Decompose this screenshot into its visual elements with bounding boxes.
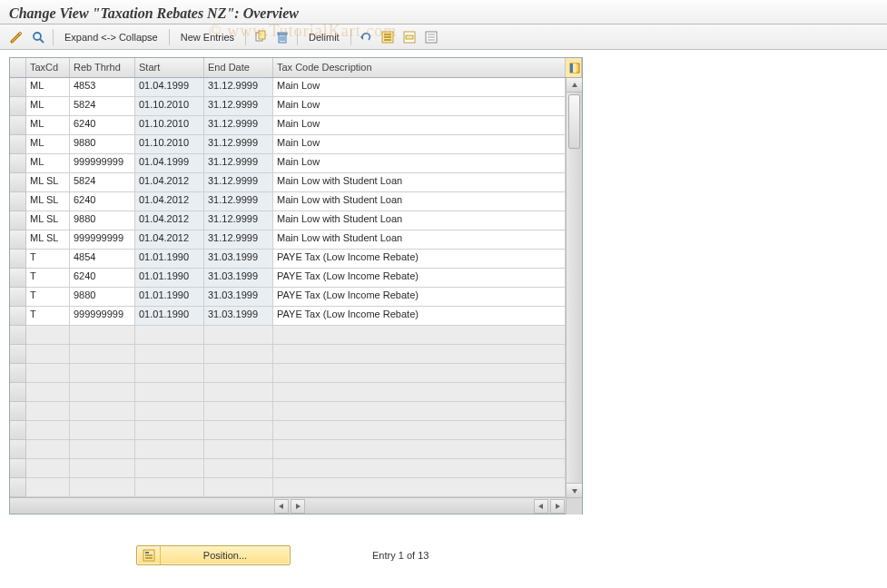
- row-selector[interactable]: [10, 459, 26, 478]
- copy-icon[interactable]: [251, 28, 270, 46]
- cell-taxcd[interactable]: [26, 478, 70, 497]
- cell-taxcd[interactable]: ML: [26, 154, 70, 173]
- cell-reb-thrhd[interactable]: 5824: [70, 173, 135, 192]
- cell-description[interactable]: Main Low with Student Loan: [273, 192, 566, 211]
- row-selector[interactable]: [10, 402, 26, 421]
- header-selector[interactable]: [10, 58, 26, 77]
- row-selector[interactable]: [10, 345, 26, 364]
- cell-reb-thrhd[interactable]: 999999999: [70, 230, 135, 250]
- cell-reb-thrhd[interactable]: [70, 440, 135, 459]
- cell-taxcd[interactable]: [26, 421, 70, 440]
- cell-reb-thrhd[interactable]: [70, 326, 135, 345]
- cell-reb-thrhd[interactable]: 9880: [70, 135, 135, 154]
- row-selector[interactable]: [10, 135, 26, 154]
- cell-taxcd[interactable]: [26, 459, 70, 478]
- cell-taxcd[interactable]: [26, 345, 70, 364]
- cell-description[interactable]: [273, 326, 566, 345]
- cell-description[interactable]: [273, 478, 566, 497]
- row-selector[interactable]: [10, 230, 26, 250]
- cell-description[interactable]: Main Low: [273, 154, 566, 173]
- scroll-right-icon-2[interactable]: [550, 499, 565, 514]
- deselect-all-icon[interactable]: [422, 28, 440, 46]
- cell-reb-thrhd[interactable]: [70, 478, 135, 497]
- row-selector[interactable]: [10, 154, 26, 173]
- cell-description[interactable]: Main Low: [273, 135, 566, 154]
- cell-reb-thrhd[interactable]: 6240: [70, 116, 135, 135]
- cell-taxcd[interactable]: [26, 383, 70, 402]
- row-selector[interactable]: [10, 250, 26, 269]
- cell-description[interactable]: PAYE Tax (Low Income Rebate): [273, 269, 566, 288]
- expand-collapse-button[interactable]: Expand <-> Collapse: [59, 30, 163, 44]
- row-selector[interactable]: [10, 211, 26, 230]
- cell-reb-thrhd[interactable]: [70, 345, 135, 364]
- cell-description[interactable]: Main Low with Student Loan: [273, 173, 566, 192]
- cell-taxcd[interactable]: T: [26, 269, 70, 288]
- cell-description[interactable]: [273, 402, 566, 421]
- cell-taxcd[interactable]: [26, 440, 70, 459]
- cell-taxcd[interactable]: T: [26, 288, 70, 307]
- cell-taxcd[interactable]: [26, 364, 70, 383]
- cell-reb-thrhd[interactable]: [70, 459, 135, 478]
- row-selector[interactable]: [10, 192, 26, 211]
- cell-description[interactable]: PAYE Tax (Low Income Rebate): [273, 288, 566, 307]
- cell-reb-thrhd[interactable]: [70, 402, 135, 421]
- row-selector[interactable]: [10, 97, 26, 116]
- row-selector[interactable]: [10, 269, 26, 288]
- row-selector[interactable]: [10, 326, 26, 345]
- position-button[interactable]: Position...: [136, 545, 291, 565]
- header-description[interactable]: Tax Code Description: [273, 58, 566, 77]
- cell-reb-thrhd[interactable]: 9880: [70, 288, 135, 307]
- scroll-left-icon[interactable]: [274, 499, 289, 514]
- other-view-icon[interactable]: [29, 28, 47, 46]
- scroll-thumb[interactable]: [568, 94, 580, 149]
- header-start[interactable]: Start: [135, 58, 204, 77]
- cell-taxcd[interactable]: ML: [26, 78, 70, 97]
- vertical-scrollbar[interactable]: [566, 78, 582, 497]
- cell-taxcd[interactable]: ML SL: [26, 211, 70, 230]
- cell-description[interactable]: Main Low: [273, 97, 566, 116]
- cell-reb-thrhd[interactable]: [70, 421, 135, 440]
- horizontal-scrollbar[interactable]: [10, 497, 582, 514]
- cell-reb-thrhd[interactable]: 5824: [70, 97, 135, 116]
- new-entries-button[interactable]: New Entries: [175, 30, 240, 44]
- cell-description[interactable]: [273, 421, 566, 440]
- header-reb-thrhd[interactable]: Reb Thrhd: [70, 58, 135, 77]
- cell-reb-thrhd[interactable]: 999999999: [70, 307, 135, 326]
- cell-description[interactable]: PAYE Tax (Low Income Rebate): [273, 307, 566, 326]
- cell-description[interactable]: Main Low with Student Loan: [273, 211, 566, 230]
- row-selector[interactable]: [10, 478, 26, 497]
- cell-description[interactable]: [273, 364, 566, 383]
- cell-reb-thrhd[interactable]: 999999999: [70, 154, 135, 173]
- row-selector[interactable]: [10, 78, 26, 97]
- cell-description[interactable]: [273, 383, 566, 402]
- scroll-up-icon[interactable]: [567, 78, 582, 93]
- cell-taxcd[interactable]: [26, 326, 70, 345]
- change-mode-icon[interactable]: [7, 28, 25, 46]
- cell-taxcd[interactable]: T: [26, 250, 70, 269]
- cell-reb-thrhd[interactable]: 4853: [70, 78, 135, 97]
- cell-taxcd[interactable]: [26, 402, 70, 421]
- cell-description[interactable]: [273, 345, 566, 364]
- scroll-down-icon[interactable]: [567, 483, 582, 497]
- undo-change-icon[interactable]: [357, 28, 375, 46]
- row-selector[interactable]: [10, 383, 26, 402]
- delimit-button[interactable]: Delimit: [303, 30, 345, 44]
- row-selector[interactable]: [10, 421, 26, 440]
- row-selector[interactable]: [10, 288, 26, 307]
- configure-columns-icon[interactable]: [566, 58, 582, 77]
- cell-reb-thrhd[interactable]: 6240: [70, 269, 135, 288]
- cell-taxcd[interactable]: ML SL: [26, 192, 70, 211]
- select-block-icon[interactable]: [400, 28, 419, 46]
- cell-taxcd[interactable]: ML: [26, 135, 70, 154]
- delete-icon[interactable]: [273, 28, 291, 46]
- scroll-right-icon[interactable]: [291, 499, 305, 514]
- cell-description[interactable]: Main Low: [273, 116, 566, 135]
- row-selector[interactable]: [10, 440, 26, 459]
- cell-taxcd[interactable]: ML SL: [26, 230, 70, 250]
- cell-taxcd[interactable]: ML: [26, 97, 70, 116]
- row-selector[interactable]: [10, 173, 26, 192]
- cell-reb-thrhd[interactable]: [70, 383, 135, 402]
- cell-description[interactable]: [273, 459, 566, 478]
- scroll-left-icon-2[interactable]: [534, 499, 548, 514]
- cell-description[interactable]: Main Low with Student Loan: [273, 230, 566, 250]
